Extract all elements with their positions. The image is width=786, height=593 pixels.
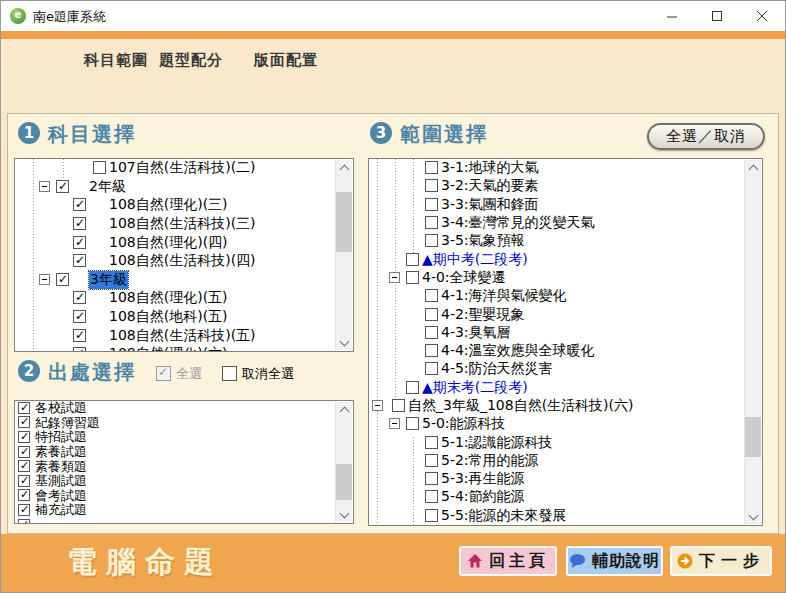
tree-item-label[interactable]: 108自然(生活科技)(四) xyxy=(109,252,256,270)
select-all-checkbox[interactable] xyxy=(156,366,171,381)
tree-checkbox[interactable] xyxy=(406,417,419,430)
tree-row[interactable]: 108自然(地科)(五) xyxy=(15,308,336,327)
tree-item-label[interactable]: 4-0:全球變遷 xyxy=(422,269,506,287)
tree-row[interactable]: 4-5:防治天然災害 xyxy=(369,360,745,378)
tree-row[interactable]: 3年級 xyxy=(15,271,336,290)
tree-item-label[interactable]: 108自然(理化)(四) xyxy=(109,234,228,252)
tree-checkbox[interactable] xyxy=(425,454,438,467)
tree-item-label[interactable]: 3-5:氣象預報 xyxy=(441,232,525,250)
tree-row[interactable]: 5-1:認識能源科技 xyxy=(369,433,745,451)
scroll-up-icon[interactable] xyxy=(745,160,761,176)
tree-checkbox[interactable] xyxy=(425,161,438,174)
tree-checkbox[interactable] xyxy=(425,472,438,485)
tree-checkbox[interactable] xyxy=(73,329,86,342)
scroll-up-icon[interactable] xyxy=(336,160,352,176)
tree-row[interactable]: 2年級 xyxy=(15,178,336,197)
tree-checkbox[interactable] xyxy=(73,217,86,230)
collapse-expander-icon[interactable] xyxy=(389,272,400,283)
source-checkbox[interactable] xyxy=(18,446,30,458)
tree-checkbox[interactable] xyxy=(73,254,86,267)
tree-item-label[interactable]: 3年級 xyxy=(89,271,128,289)
tree-checkbox[interactable] xyxy=(425,198,438,211)
tree-item-label[interactable]: 2年級 xyxy=(89,178,126,196)
source-checkbox[interactable] xyxy=(18,489,30,501)
tree-checkbox[interactable] xyxy=(93,161,106,174)
deselect-all-checkbox[interactable] xyxy=(222,366,237,381)
tree-item-label[interactable]: 5-0:能源科技 xyxy=(422,415,506,433)
tree-checkbox[interactable] xyxy=(73,347,86,351)
tree-checkbox[interactable] xyxy=(425,436,438,449)
tree-row[interactable]: 4-1:海洋與氣候變化 xyxy=(369,287,745,305)
tree-checkbox[interactable] xyxy=(425,234,438,247)
close-button[interactable] xyxy=(740,1,785,31)
tree-row[interactable]: 108自然(理化)(五) xyxy=(15,289,336,308)
tree-item-label[interactable]: 108自然(理化)(三) xyxy=(109,196,228,214)
tree-item-label[interactable]: 自然_3年級_108自然(生活科技)(六) xyxy=(408,397,633,415)
tree-row[interactable]: ▲期中考(二段考) xyxy=(369,250,745,268)
select-all-toggle-button[interactable]: 全選／取消 xyxy=(647,123,765,150)
tree-checkbox[interactable] xyxy=(406,271,419,284)
source-list-item[interactable]: 補充試題 xyxy=(15,503,336,518)
tree-checkbox[interactable] xyxy=(425,344,438,357)
tree-item-label[interactable]: 108自然(生活科技)(五) xyxy=(109,327,256,345)
tree-item-label[interactable]: 5-4:節約能源 xyxy=(441,488,525,506)
tree-item-label[interactable]: 3-4:臺灣常見的災變天氣 xyxy=(441,214,595,232)
tree-row[interactable]: 108自然(理化)(六) xyxy=(15,345,336,351)
tree-row[interactable]: 5-2:常用的能源 xyxy=(369,452,745,470)
tree-row[interactable]: 4-2:聖嬰現象 xyxy=(369,305,745,323)
source-list-item[interactable] xyxy=(15,518,336,523)
scroll-down-icon[interactable] xyxy=(336,334,352,350)
tree-row[interactable]: 自然_3年級_108自然(生活科技)(六) xyxy=(369,397,745,415)
tree-row[interactable]: 3-3:氣團和鋒面 xyxy=(369,196,745,214)
tree-checkbox[interactable] xyxy=(425,509,438,522)
collapse-expander-icon[interactable] xyxy=(39,181,50,192)
tree-checkbox[interactable] xyxy=(56,273,69,286)
tree-row[interactable]: 107自然(生活科技)(二) xyxy=(15,159,336,178)
tree-item-label[interactable]: 4-1:海洋與氣候變化 xyxy=(441,287,567,305)
tree-checkbox[interactable] xyxy=(406,381,419,394)
tree-checkbox[interactable] xyxy=(425,216,438,229)
tree-row[interactable]: 5-4:節約能源 xyxy=(369,488,745,506)
tree-item-label[interactable]: ▲期末考(二段考) xyxy=(422,379,528,397)
tree-item-label[interactable]: 108自然(理化)(五) xyxy=(109,289,228,307)
tree-item-label[interactable]: 5-2:常用的能源 xyxy=(441,452,539,470)
tree-row[interactable]: 108自然(生活科技)(三) xyxy=(15,215,336,234)
tree-item-label[interactable]: 3-2:天氣的要素 xyxy=(441,177,539,195)
tree-checkbox[interactable] xyxy=(425,308,438,321)
tree-item-label[interactable]: 5-1:認識能源科技 xyxy=(441,434,553,452)
tree-item-label[interactable]: 3-1:地球的大氣 xyxy=(441,159,539,177)
collapse-expander-icon[interactable] xyxy=(389,418,400,429)
source-checkbox[interactable] xyxy=(18,460,30,472)
tree-row[interactable]: 108自然(生活科技)(四) xyxy=(15,252,336,271)
scroll-up-icon[interactable] xyxy=(336,402,352,418)
tree-checkbox[interactable] xyxy=(425,362,438,375)
tree-item-label[interactable]: 4-4:溫室效應與全球暖化 xyxy=(441,342,595,360)
tree-checkbox[interactable] xyxy=(73,291,86,304)
tree-row[interactable]: 4-0:全球變遷 xyxy=(369,269,745,287)
tree-row[interactable]: 3-1:地球的大氣 xyxy=(369,159,745,177)
tree-row[interactable]: 108自然(理化)(三) xyxy=(15,196,336,215)
collapse-expander-icon[interactable] xyxy=(39,274,50,285)
collapse-expander-icon[interactable] xyxy=(372,400,383,411)
tree-checkbox[interactable] xyxy=(73,236,86,249)
help-button[interactable]: 輔助說明 xyxy=(566,546,663,576)
source-checkbox[interactable] xyxy=(18,475,30,487)
source-checkbox[interactable] xyxy=(18,504,30,516)
source-checkbox[interactable] xyxy=(18,519,30,523)
tree-row[interactable]: 4-4:溫室效應與全球暖化 xyxy=(369,342,745,360)
source-list-scrollbar[interactable] xyxy=(335,402,352,522)
scroll-down-icon[interactable] xyxy=(336,506,352,522)
tree-item-label[interactable]: 107自然(生活科技)(二) xyxy=(109,159,256,177)
tree-item-label[interactable]: ▲期中考(二段考) xyxy=(422,251,528,269)
tree-item-label[interactable]: 3-3:氣團和鋒面 xyxy=(441,196,539,214)
tree-checkbox[interactable] xyxy=(392,399,405,412)
tree-item-label[interactable]: 108自然(地科)(五) xyxy=(109,308,228,326)
source-checkbox[interactable] xyxy=(18,416,30,428)
tree-row[interactable]: 5-0:能源科技 xyxy=(369,415,745,433)
next-step-button[interactable]: 下一步 xyxy=(670,546,772,576)
tree-item-label[interactable]: 5-5:能源的未來發展 xyxy=(441,507,567,525)
range-tree-scrollbar[interactable] xyxy=(744,160,761,524)
tree-checkbox[interactable] xyxy=(73,198,86,211)
tree-item-label[interactable]: 108自然(生活科技)(三) xyxy=(109,215,256,233)
tree-item-label[interactable]: 4-5:防治天然災害 xyxy=(441,360,553,378)
